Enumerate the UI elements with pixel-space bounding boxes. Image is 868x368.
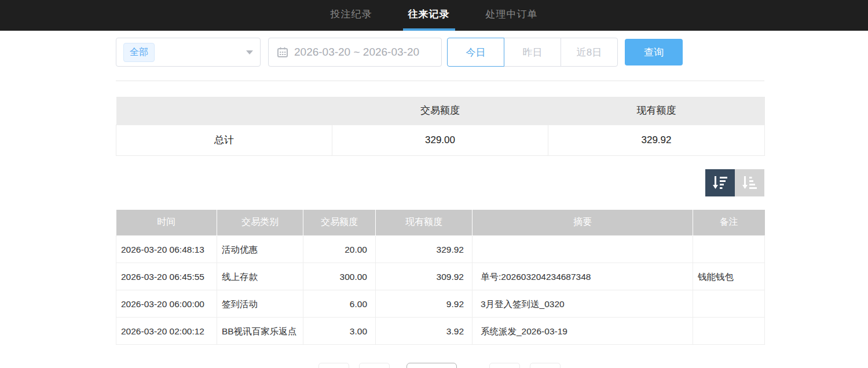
- table-header-row: 时间 交易类别 交易额度 现有额度 摘要 备注: [116, 210, 765, 236]
- col-header-balance: 现有额度: [376, 210, 473, 236]
- summary-header-transaction-amount: 交易额度: [332, 97, 548, 125]
- cell-balance: 3.92: [376, 318, 473, 345]
- pagination-prev-button[interactable]: [359, 363, 390, 368]
- cell-time: 2026-03-20 06:48:13: [116, 236, 217, 263]
- query-button[interactable]: 查询: [625, 39, 683, 65]
- cell-type: 签到活动: [217, 290, 303, 318]
- sort-controls: [116, 169, 764, 196]
- cell-summary: 3月登入签到送_0320: [473, 290, 693, 318]
- summary-header-row: 交易额度 现有额度: [116, 97, 765, 125]
- pagination-next-button[interactable]: [489, 363, 520, 368]
- col-header-note: 备注: [693, 210, 765, 236]
- table-row: 2026-03-20 06:45:55 线上存款 300.00 309.92 单…: [116, 263, 765, 290]
- cell-amount: 20.00: [303, 236, 376, 263]
- col-header-amount: 交易额度: [303, 210, 376, 236]
- cell-note: [693, 318, 765, 345]
- cell-note: [693, 236, 765, 263]
- calendar-icon: [277, 47, 288, 57]
- pagination-last-button[interactable]: [530, 363, 561, 368]
- summary-total-label: 总计: [116, 125, 332, 155]
- cell-amount: 6.00: [303, 290, 376, 318]
- cell-amount: 300.00: [303, 263, 376, 290]
- cell-balance: 9.92: [376, 290, 473, 318]
- table-row: 2026-03-20 06:48:13 活动优惠 20.00 329.92: [116, 236, 765, 263]
- cell-time: 2026-03-20 06:00:00: [116, 290, 217, 318]
- selected-type-tag: 全部: [123, 43, 155, 62]
- cell-balance: 309.92: [376, 263, 473, 290]
- col-header-summary: 摘要: [473, 210, 693, 236]
- cell-time: 2026-03-20 06:45:55: [116, 263, 217, 290]
- chevron-down-icon: [246, 50, 253, 54]
- today-button[interactable]: 今日: [447, 38, 504, 67]
- summary-header-empty: [116, 97, 332, 125]
- cell-time: 2026-03-20 02:00:12: [116, 318, 217, 345]
- tab-processing-orders[interactable]: 处理中订单: [481, 0, 543, 31]
- cell-note: [693, 290, 765, 318]
- sort-amount-desc-icon: [712, 174, 728, 191]
- filter-row: 全部 2026-03-20 ~ 2026-03-20 今: [116, 38, 764, 67]
- tab-betting-records[interactable]: 投注纪录: [325, 0, 378, 31]
- summary-total-row: 总计 329.00 329.92: [116, 125, 765, 155]
- col-header-type: 交易类别: [217, 210, 303, 236]
- top-tab-bar: 投注纪录 往来记录 处理中订单: [0, 0, 868, 31]
- cell-amount: 3.00: [303, 318, 376, 345]
- yesterday-button[interactable]: 昨日: [504, 38, 561, 67]
- cell-summary: 系统派发_2026-03-19: [473, 318, 693, 345]
- sort-descending-button[interactable]: [705, 169, 735, 196]
- pagination: [116, 363, 764, 368]
- date-range-input[interactable]: 2026-03-20 ~ 2026-03-20: [268, 38, 442, 67]
- transaction-type-select[interactable]: 全部: [116, 38, 261, 67]
- summary-table: 交易额度 现有额度 总计 329.00 329.92: [116, 97, 765, 156]
- cell-balance: 329.92: [376, 236, 473, 263]
- main-content: 全部 2026-03-20 ~ 2026-03-20 今: [116, 38, 764, 368]
- cell-type: 活动优惠: [217, 236, 303, 263]
- transactions-table: 时间 交易类别 交易额度 现有额度 摘要 备注 2026-03-20 06:48…: [116, 210, 765, 345]
- cell-type: BB视讯百家乐返点: [217, 318, 303, 345]
- date-range-value: 2026-03-20 ~ 2026-03-20: [294, 46, 419, 59]
- summary-header-current-amount: 现有额度: [548, 97, 765, 125]
- cell-type: 线上存款: [217, 263, 303, 290]
- quick-date-button-group: 今日 昨日 近8日: [447, 38, 618, 67]
- last-8-days-button[interactable]: 近8日: [561, 38, 618, 67]
- cell-note: 钱能钱包: [693, 263, 765, 290]
- table-row: 2026-03-20 02:00:12 BB视讯百家乐返点 3.00 3.92 …: [116, 318, 765, 345]
- pagination-current-page-button[interactable]: [406, 363, 457, 368]
- cell-summary: [473, 236, 693, 263]
- tab-transaction-records[interactable]: 往来记录: [403, 0, 455, 31]
- cell-summary: 单号:202603204234687348: [473, 263, 693, 290]
- sort-ascending-button[interactable]: [735, 169, 764, 196]
- table-row: 2026-03-20 06:00:00 签到活动 6.00 9.92 3月登入签…: [116, 290, 765, 318]
- summary-transaction-amount-value: 329.00: [332, 125, 548, 155]
- pagination-first-button[interactable]: [318, 363, 349, 368]
- sort-amount-asc-icon: [742, 174, 758, 191]
- summary-current-amount-value: 329.92: [548, 125, 765, 155]
- section-divider: [116, 81, 764, 81]
- col-header-time: 时间: [116, 210, 217, 236]
